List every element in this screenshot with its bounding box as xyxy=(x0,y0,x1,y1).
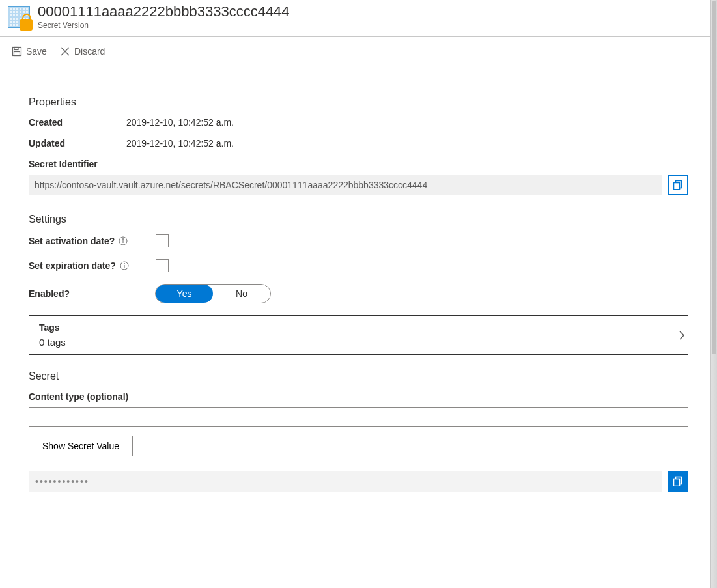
copy-secret-value-button[interactable] xyxy=(668,471,688,492)
enabled-row: Enabled? Yes No xyxy=(29,284,688,303)
tags-title: Tags xyxy=(39,322,66,333)
created-label: Created xyxy=(29,117,113,128)
svg-rect-1 xyxy=(14,48,18,50)
info-icon[interactable] xyxy=(120,261,129,270)
enabled-toggle[interactable]: Yes No xyxy=(155,284,271,303)
vertical-scrollbar[interactable] xyxy=(710,0,717,588)
svg-rect-2 xyxy=(14,52,20,56)
save-icon xyxy=(12,46,22,57)
activation-date-checkbox[interactable] xyxy=(156,234,169,247)
copy-identifier-button[interactable] xyxy=(668,175,688,195)
secret-identifier-input[interactable] xyxy=(29,175,662,195)
page-title: 00001111aaaa2222bbbb3333cccc4444 xyxy=(38,4,290,20)
expiration-date-label: Set expiration date? xyxy=(29,260,116,271)
secret-heading: Secret xyxy=(29,371,688,382)
activation-date-row: Set activation date? xyxy=(29,234,688,247)
save-button[interactable]: Save xyxy=(8,44,51,59)
settings-heading: Settings xyxy=(29,214,688,225)
svg-point-9 xyxy=(123,239,124,240)
secret-identifier-row xyxy=(29,175,688,195)
save-label: Save xyxy=(26,46,47,57)
info-icon[interactable] xyxy=(119,236,128,245)
activation-date-label: Set activation date? xyxy=(29,236,115,246)
copy-icon xyxy=(673,180,683,190)
discard-label: Discard xyxy=(74,46,105,57)
copy-icon xyxy=(673,476,683,486)
close-icon xyxy=(60,46,70,57)
discard-button[interactable]: Discard xyxy=(56,44,109,59)
svg-rect-14 xyxy=(674,479,680,486)
enabled-no[interactable]: No xyxy=(213,285,270,303)
content-type-input[interactable] xyxy=(29,407,688,427)
show-secret-value-button[interactable]: Show Secret Value xyxy=(29,436,133,456)
created-row: Created 2019-12-10, 10:42:52 a.m. xyxy=(29,117,688,128)
page-header: 00001111aaaa2222bbbb3333cccc4444 Secret … xyxy=(0,0,717,36)
command-bar: Save Discard xyxy=(0,36,717,66)
updated-value: 2019-12-10, 10:42:52 a.m. xyxy=(126,138,234,148)
lock-icon xyxy=(20,19,33,31)
updated-row: Updated 2019-12-10, 10:42:52 a.m. xyxy=(29,138,688,148)
svg-rect-6 xyxy=(674,183,680,190)
created-value: 2019-12-10, 10:42:52 a.m. xyxy=(126,117,234,128)
enabled-yes[interactable]: Yes xyxy=(156,285,213,303)
expiration-date-checkbox[interactable] xyxy=(156,259,169,272)
updated-label: Updated xyxy=(29,138,113,148)
key-vault-secret-icon xyxy=(8,6,30,28)
tags-row[interactable]: Tags 0 tags xyxy=(29,315,688,355)
tags-count: 0 tags xyxy=(39,337,66,348)
page-subtitle: Secret Version xyxy=(38,21,290,30)
secret-value-row: •••••••••••• xyxy=(29,471,688,492)
content-type-label: Content type (optional) xyxy=(29,391,688,402)
main-content: Properties Created 2019-12-10, 10:42:52 … xyxy=(0,66,717,518)
secret-identifier-label: Secret Identifier xyxy=(29,159,688,169)
secret-value-masked[interactable]: •••••••••••• xyxy=(29,471,662,492)
enabled-label: Enabled? xyxy=(29,288,70,299)
chevron-right-icon xyxy=(675,329,688,342)
properties-heading: Properties xyxy=(29,96,688,108)
svg-point-12 xyxy=(124,264,124,264)
expiration-date-row: Set expiration date? xyxy=(29,259,688,272)
